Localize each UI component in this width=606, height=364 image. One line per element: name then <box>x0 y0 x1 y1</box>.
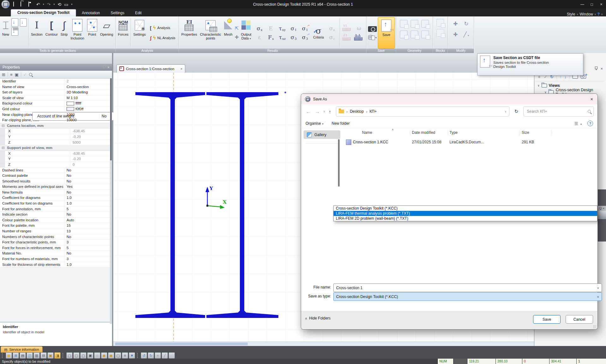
property-row[interactable]: Support point of view, mm <box>0 145 112 151</box>
property-row[interactable]: Coefficient for diagrams 1.0 <box>0 195 112 201</box>
line-edit-icon[interactable]: ╱ <box>463 32 466 38</box>
axes-uv-icon[interactable]: ✚ <box>235 34 239 40</box>
property-value[interactable]: Auto <box>64 218 112 223</box>
property-value[interactable]: -638.45 <box>70 151 112 156</box>
property-value[interactable]: No <box>64 179 112 184</box>
cancel-button[interactable]: Cancel <box>566 315 593 324</box>
customize-toolbar-icon[interactable]: ▾ <box>71 3 72 6</box>
panel-close-icon[interactable]: × <box>108 65 110 69</box>
save-file-icon[interactable] <box>28 2 33 7</box>
property-row[interactable]: X -638.45 <box>0 151 112 157</box>
import-section-icon[interactable]: ↓ <box>11 18 18 27</box>
section-cut-diagram-button[interactable]: A-A <box>354 34 363 41</box>
view-tool-icon[interactable]: ≡ <box>122 352 128 359</box>
hide-folders-button[interactable]: ∧Hide Folders <box>305 316 330 320</box>
geometry-subtract-icon[interactable] <box>421 31 429 38</box>
property-value[interactable]: No <box>64 251 112 256</box>
column-header-size[interactable]: Size <box>522 130 529 135</box>
rotate-tool-icon[interactable]: ↻ <box>148 352 154 359</box>
breadcrumb-item-desktop[interactable]: Desktop <box>350 109 364 114</box>
nav-forward-icon[interactable]: → <box>314 109 321 114</box>
style-menu[interactable]: Style <box>567 12 575 16</box>
property-value[interactable]: No <box>64 173 112 178</box>
search-input[interactable] <box>526 109 588 114</box>
z1-diagram-button[interactable]: Z1 <box>342 34 351 41</box>
result-formula-button[interactable]: τxz <box>277 33 288 41</box>
property-value[interactable]: No <box>64 234 112 240</box>
property-row[interactable]: Font for forces in reinforcement, mm 5 <box>0 245 112 251</box>
import-dxf-icon[interactable]: ↓DXF <box>11 27 18 36</box>
snap-tool-icon[interactable]: ▥ <box>33 352 40 359</box>
view-tool-icon[interactable]: ◉ <box>108 352 114 359</box>
dialog-close-icon[interactable]: × <box>590 96 593 102</box>
property-row[interactable]: Scale of view M 1:10 <box>0 95 112 101</box>
ribbon-tab[interactable]: Annotation <box>77 10 105 16</box>
property-row[interactable]: Camera location, mm <box>0 123 112 129</box>
snap-tool-icon[interactable]: ⊟ <box>40 352 47 359</box>
property-value[interactable]: 1.0 <box>64 201 112 206</box>
update-model-icon[interactable]: ⟲ <box>58 2 62 7</box>
chevron-down-icon[interactable]: ∨ <box>544 91 547 94</box>
property-value[interactable]: No <box>64 190 112 195</box>
property-value[interactable]: 15 <box>64 223 112 228</box>
import-grid-icon[interactable]: ↓ <box>20 18 27 27</box>
property-row[interactable]: Y -0.20 <box>0 156 112 162</box>
property-row[interactable]: New formula No <box>0 190 112 195</box>
view-tool-icon[interactable]: ▢ <box>115 352 121 359</box>
property-row[interactable]: Z 5000 <box>0 140 112 146</box>
property-value[interactable]: 0 <box>70 162 112 167</box>
result-formula-button[interactable]: ε <box>254 33 265 41</box>
result-formula-button[interactable]: E <box>265 25 276 32</box>
property-value[interactable]: 5 <box>64 245 112 251</box>
categorized-view-icon[interactable]: ⊞ <box>2 72 5 77</box>
property-value[interactable] <box>44 123 112 128</box>
geometry-mirror-icon[interactable] <box>411 31 418 38</box>
nav-pane-scrollbar[interactable] <box>338 139 340 187</box>
property-row[interactable]: Numbers of characteristic points No <box>0 234 112 240</box>
result-formula-button[interactable]: Fs <box>265 33 276 41</box>
property-row[interactable]: Colour palette location Auto <box>0 218 112 223</box>
resize-grip[interactable] <box>593 325 596 328</box>
nav-up-icon[interactable]: ↑ <box>328 109 332 114</box>
new-section-button[interactable]: ⌶ New <box>1 17 10 49</box>
property-row[interactable]: X -638.45 <box>0 128 112 134</box>
property-value[interactable]: 5 <box>64 206 112 212</box>
new-file-icon[interactable] <box>13 2 18 7</box>
ribbon-tab[interactable]: Edit <box>130 10 147 16</box>
property-value[interactable]: 1000 <box>64 112 112 117</box>
properties-scrollbar[interactable] <box>110 78 112 324</box>
axes-zy-icon[interactable]: ⇱ <box>235 26 239 31</box>
property-value[interactable]: M 1:10 <box>64 95 112 101</box>
section-button[interactable]: I Section <box>30 17 44 49</box>
property-row[interactable]: Name of view Cross-section <box>0 84 112 90</box>
sigma-e-button[interactable]: σe <box>327 25 337 32</box>
database-export-icon[interactable] <box>368 35 374 40</box>
block-explode-icon[interactable] <box>437 29 444 37</box>
ribbon-tab[interactable]: Settings <box>106 10 129 16</box>
alphabetical-view-icon[interactable]: ≡ <box>10 72 13 77</box>
strip-pin-icon[interactable] <box>599 207 601 210</box>
geometry-scale-icon[interactable] <box>400 31 407 38</box>
save-type-combo[interactable]: Cross-section Design Toolkit (*.KCC) ∨ <box>333 292 602 301</box>
geometry-union-icon[interactable] <box>400 20 407 27</box>
minimize-button[interactable]: — <box>578 0 587 9</box>
analysis-settings-button[interactable]: ∗ Settings <box>132 17 147 49</box>
property-value[interactable]: No <box>64 212 112 217</box>
omega-button[interactable]: ω <box>354 25 364 32</box>
result-formula-button[interactable]: σx <box>254 25 265 32</box>
property-row[interactable]: Contrast palette No <box>0 173 112 179</box>
nav-history-icon[interactable]: ∨ <box>323 110 325 113</box>
checked-view-icon[interactable]: ▣ <box>15 72 19 77</box>
canvas-horizontal-scrollbar[interactable] <box>113 342 534 346</box>
collapsed-panel-strip[interactable]: × <box>597 189 606 242</box>
property-row[interactable]: Background colour ffffff <box>0 101 112 106</box>
view-tool-icon[interactable]: ▢ <box>73 352 80 359</box>
nl-analysis-button[interactable]: ʃϟ NL Analysis <box>148 34 177 42</box>
property-value[interactable] <box>52 145 112 151</box>
property-row[interactable]: Font for palette, mm 15 <box>0 223 112 229</box>
property-value[interactable]: 1.0 <box>64 262 112 267</box>
output-data-button[interactable]: Output Data ▾ <box>240 17 252 49</box>
pin-icon[interactable] <box>103 65 105 69</box>
property-value[interactable]: 3D Modelling <box>64 90 112 95</box>
property-row[interactable]: Scale for thickness of strip elements 1.… <box>0 262 112 268</box>
